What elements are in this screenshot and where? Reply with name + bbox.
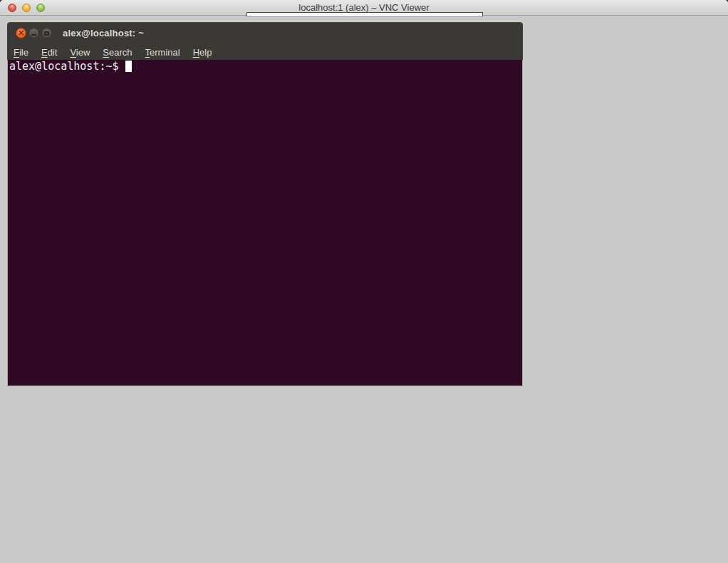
prompt-line: alex@localhost:~$ (9, 61, 522, 73)
vnc-viewer-window: localhost:1 (alex) – VNC Viewer ✕ alex@l… (0, 0, 728, 563)
menu-item-search[interactable]: Search (96, 46, 138, 59)
minimize-icon (31, 34, 36, 36)
menu-item-help[interactable]: Help (187, 46, 219, 59)
terminal-header: ✕ alex@localhost: ~ FileEditViewSearchTe… (7, 22, 523, 60)
vnc-toolbar-tab[interactable] (246, 12, 483, 17)
terminal-title: alex@localhost: ~ (63, 28, 144, 38)
shell-prompt: alex@localhost:~$ (9, 60, 119, 73)
remote-desktop: ✕ alex@localhost: ~ FileEditViewSearchTe… (0, 16, 728, 563)
terminal-minimize-button[interactable] (28, 28, 39, 38)
terminal-close-button[interactable]: ✕ (16, 28, 26, 38)
menu-item-file[interactable]: File (7, 46, 35, 59)
terminal-cursor (125, 61, 132, 72)
menu-item-terminal[interactable]: Terminal (139, 46, 187, 59)
terminal-menubar: FileEditViewSearchTerminalHelp (7, 43, 523, 61)
terminal-screen[interactable]: alex@localhost:~$ (7, 60, 523, 386)
terminal-maximize-button[interactable] (41, 28, 52, 38)
maximize-icon (44, 31, 49, 36)
terminal-window: ✕ alex@localhost: ~ FileEditViewSearchTe… (7, 22, 523, 386)
menu-item-edit[interactable]: Edit (35, 46, 63, 59)
menu-item-view[interactable]: View (63, 46, 96, 59)
terminal-titlebar[interactable]: ✕ alex@localhost: ~ (7, 23, 523, 43)
close-icon: ✕ (18, 29, 24, 37)
